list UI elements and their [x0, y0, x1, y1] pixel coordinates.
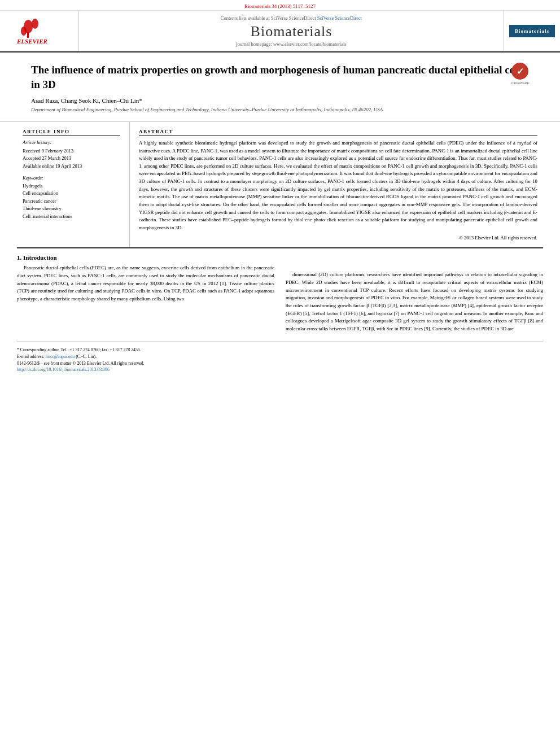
header-top-row: ELSEVIER Contents lists available at Sci… [0, 11, 560, 51]
journal-logo-text: Biomaterials [515, 28, 549, 34]
received-date: Received 9 February 2013 [23, 147, 120, 155]
authors-names: Asad Raza, Chang Seok Ki, Chien–Chi Lin* [31, 97, 142, 104]
keywords-label: Keywords: [23, 175, 120, 181]
journal-header: ELSEVIER Contents lists available at Sci… [0, 11, 560, 53]
footnote-area: * Corresponding author. Tel.: +1 317 274… [17, 342, 543, 373]
intro-right-text: dimensional (2D) culture platforms, rese… [286, 254, 543, 333]
info-abstract-section: ARTICLE INFO Article history: Received 9… [0, 122, 560, 248]
crossmark-label: CrossMark [511, 81, 529, 85]
svg-rect-3 [27, 32, 29, 38]
svg-point-2 [21, 27, 27, 36]
elsevier-logo: ELSEVIER [17, 15, 62, 46]
copyright-line: © 2013 Elsevier Ltd. All rights reserved… [139, 235, 537, 241]
elsevier-logo-svg: ELSEVIER [17, 15, 62, 46]
keyword-1: Hydrogels [23, 182, 120, 190]
available-date: Available online 19 April 2013 [23, 163, 120, 171]
keyword-2: Cell encapsulation [23, 190, 120, 198]
article-header: ✓ CrossMark The influence of matrix prop… [0, 53, 560, 122]
article-info-col: ARTICLE INFO Article history: Received 9… [17, 122, 130, 248]
svg-text:ELSEVIER: ELSEVIER [17, 38, 47, 45]
keywords-label-text: Keywords: [23, 175, 43, 181]
section-name: Introduction [23, 254, 57, 261]
email-label: E-mail address: [17, 354, 45, 359]
abstract-label: ABSTRACT [139, 129, 173, 134]
article-dates: Received 9 February 2013 Accepted 27 Mar… [23, 147, 120, 171]
keywords-list: Hydrogels Cell encapsulation Pancreatic … [23, 182, 120, 221]
journal-title: Biomaterials [251, 23, 333, 40]
journal-logo-box: Biomaterials [509, 25, 555, 37]
page: Biomaterials 34 (2013) 5117–5127 [0, 0, 560, 747]
journal-volume-text: Biomaterials 34 (2013) 5117–5127 [244, 3, 316, 9]
email-contact: (C.-C. Lin). [76, 354, 97, 359]
article-history-label: Article history: [23, 139, 120, 145]
sciverse-link[interactable]: SciVerse ScienceDirect [317, 15, 362, 21]
intro-left-text: Pancreatic ductal epithelial cells (PDEC… [17, 264, 274, 303]
accepted-date: Accepted 27 March 2013 [23, 155, 120, 163]
footnote-issn: 0142-9612/$ – see front matter © 2013 El… [17, 360, 543, 367]
crossmark-icon: ✓ [511, 63, 528, 80]
journal-banner: Biomaterials 34 (2013) 5117–5127 [0, 0, 560, 11]
keyword-4: Thiol-ene chemistry [23, 205, 120, 213]
footnote-email: E-mail address: lincc@iupui.edu (C.-C. L… [17, 353, 543, 360]
journal-logo-right: Biomaterials [504, 11, 560, 51]
sciverse-text: Contents lists available at SciVerse Sci… [221, 15, 316, 21]
abstract-col: ABSTRACT A highly tunable synthetic biom… [130, 122, 543, 248]
keyword-5: Cell–material interactions [23, 213, 120, 221]
abstract-text: A highly tunable synthetic biomimetic hy… [139, 139, 537, 232]
footnote-doi: http://dx.doi.org/10.1016/j.biomaterials… [17, 366, 543, 373]
journal-info-center: Contents lists available at SciVerse Sci… [79, 11, 504, 51]
authors-line: Asad Raza, Chang Seok Ki, Chien–Chi Lin* [31, 97, 529, 104]
abstract-header: ABSTRACT [139, 129, 537, 136]
article-title: The influence of matrix properties on gr… [31, 63, 529, 91]
sciverse-line: Contents lists available at SciVerse Sci… [221, 15, 362, 21]
journal-homepage: journal homepage: www.elsevier.com/locat… [236, 41, 346, 47]
article-info-header: ARTICLE INFO [23, 129, 120, 136]
affiliation-text: Department of Biomedical Engineering, Pu… [31, 106, 529, 113]
crossmark-badge: ✓ CrossMark [511, 63, 529, 85]
intro-para-1: Pancreatic ductal epithelial cells (PDEC… [17, 264, 274, 303]
svg-point-1 [32, 19, 38, 29]
keyword-3: Pancreatic cancer [23, 198, 120, 206]
email-link[interactable]: lincc@iupui.edu [46, 354, 75, 359]
body-col-left: 1. Introduction Pancreatic ductal epithe… [17, 248, 274, 342]
body-section: 1. Introduction Pancreatic ductal epithe… [0, 248, 560, 342]
elsevier-logo-section: ELSEVIER [0, 11, 79, 51]
intro-para-2: dimensional (2D) culture platforms, rese… [286, 271, 543, 333]
intro-title: 1. Introduction [17, 254, 274, 261]
body-col-right: dimensional (2D) culture platforms, rese… [286, 248, 543, 342]
footnote-corresponding: * Corresponding author. Tel.: +1 317 274… [17, 347, 543, 353]
section-number: 1. [17, 254, 21, 261]
doi-link[interactable]: http://dx.doi.org/10.1016/j.biomaterials… [17, 367, 110, 372]
article-info-label: ARTICLE INFO [23, 129, 69, 134]
